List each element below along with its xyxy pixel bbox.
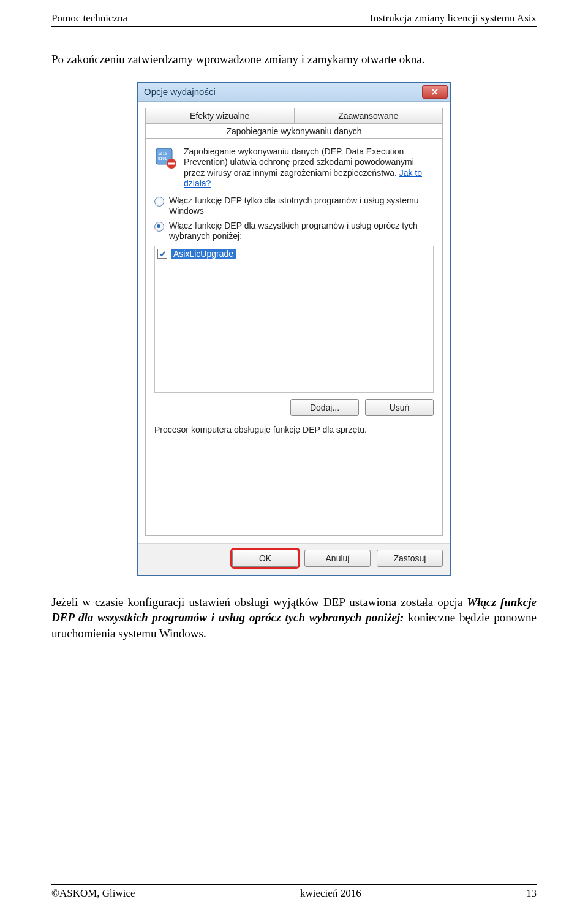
list-item[interactable]: AsixLicUpgrade — [157, 249, 431, 259]
close-icon — [432, 89, 438, 95]
dialog-footer: OK Anuluj Zastosuj — [138, 543, 450, 575]
apply-button[interactable]: Zastosuj — [377, 550, 443, 567]
window-title: Opcje wydajności — [144, 86, 216, 97]
page-header: Pomoc techniczna Instrukcja zmiany licen… — [51, 12, 537, 27]
page-footer: ©ASKOM, Gliwice kwiecień 2016 13 — [51, 884, 537, 900]
window-titlebar: Opcje wydajności — [138, 83, 450, 102]
performance-options-dialog: Opcje wydajności Efekty wizualne Zaawans… — [137, 82, 451, 576]
cancel-button[interactable]: Anuluj — [304, 550, 371, 567]
footer-right: 13 — [526, 887, 537, 900]
add-button[interactable]: Dodaj... — [290, 399, 359, 416]
radio-dep-essential-label: Włącz funkcję DEP tylko dla istotnych pr… — [169, 195, 434, 217]
footer-left: ©ASKOM, Gliwice — [51, 887, 135, 900]
tab-advanced[interactable]: Zaawansowane — [295, 108, 443, 124]
tab-visual-effects[interactable]: Efekty wizualne — [145, 108, 295, 124]
header-right: Instrukcja zmiany licencji systemu Asix — [370, 12, 537, 25]
svg-text:1010: 1010 — [158, 151, 167, 156]
radio-dep-essential[interactable]: Włącz funkcję DEP tylko dla istotnych pr… — [154, 195, 434, 217]
checkbox-asixlicupgrade[interactable] — [157, 249, 167, 259]
dep-exclusion-list[interactable]: AsixLicUpgrade — [154, 246, 434, 393]
dep-description-text: Zapobieganie wykonywaniu danych (DEP, Da… — [184, 146, 414, 178]
outro-text-a: Jeżeli w czasie konfiguracji ustawień ob… — [51, 596, 467, 609]
tab-dep[interactable]: Zapobieganie wykonywaniu danych — [145, 124, 443, 139]
intro-paragraph: Po zakończeniu zatwierdzamy wprowadzone … — [51, 51, 537, 67]
footer-center: kwiecień 2016 — [300, 887, 361, 900]
close-button[interactable] — [422, 85, 448, 99]
outro-paragraph: Jeżeli w czasie konfiguracji ustawień ob… — [51, 594, 537, 642]
radio-icon — [154, 222, 164, 232]
svg-text:0101: 0101 — [158, 156, 167, 161]
header-left: Pomoc techniczna — [51, 12, 127, 25]
dep-shield-icon: 1010 0101 — [154, 146, 178, 170]
ok-button[interactable]: OK — [232, 550, 298, 567]
dep-description: Zapobieganie wykonywaniu danych (DEP, Da… — [184, 146, 434, 189]
radio-icon — [154, 197, 164, 207]
remove-button[interactable]: Usuń — [365, 399, 434, 416]
check-icon — [159, 251, 165, 257]
radio-dep-all-except-label: Włącz funkcję DEP dla wszystkich program… — [169, 221, 434, 242]
list-item-label: AsixLicUpgrade — [171, 249, 236, 259]
radio-dep-all-except[interactable]: Włącz funkcję DEP dla wszystkich program… — [154, 221, 434, 242]
dep-tab-panel: 1010 0101 Zapobieganie wykonywaniu danyc… — [145, 139, 443, 536]
dep-hardware-note: Procesor komputera obsługuje funkcję DEP… — [154, 425, 434, 434]
svg-rect-4 — [168, 162, 175, 164]
